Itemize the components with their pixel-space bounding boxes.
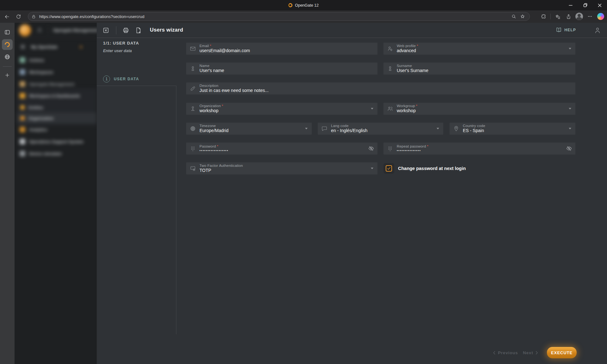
document-export-icon xyxy=(135,27,142,34)
sidebar-item-workspace-dashboards[interactable]: Workspace & Dashboards xyxy=(15,91,97,101)
restore-button[interactable] xyxy=(578,0,592,10)
device-simulator-icon xyxy=(20,151,25,156)
required-asterisk: * xyxy=(217,144,218,148)
favorites-hub-button[interactable] xyxy=(554,13,561,20)
sidebar-item-entities[interactable]: Entities xyxy=(15,102,97,112)
sidebar-item-workspaces[interactable]: Workspaces xyxy=(15,67,97,77)
close-window-button[interactable] xyxy=(592,0,607,10)
app-sidebar-header: Opengate Management xyxy=(15,23,97,38)
minimize-icon xyxy=(569,3,573,7)
change-password-checkbox[interactable] xyxy=(386,165,392,172)
field-value: advanced xyxy=(397,48,418,53)
close-wizard-button[interactable] xyxy=(102,27,109,34)
workspace-star-icon: ★ xyxy=(79,45,83,49)
app-logo-icon xyxy=(19,24,31,36)
checkbox-wrap xyxy=(383,163,394,174)
sidebar-item-label: Workspace & Dashboards xyxy=(29,94,80,98)
lang-code-field[interactable]: Lang code en - Inglés/English xyxy=(318,123,443,135)
help-button[interactable]: HELP xyxy=(556,27,576,33)
surname-field[interactable]: Surname User's Surname xyxy=(383,63,575,75)
sidebar-item-label: Device simulator xyxy=(29,151,62,156)
workspaces-icon xyxy=(20,69,25,75)
sidebar-item-label: Operations Support System xyxy=(29,139,83,144)
name-field[interactable]: Name User's name xyxy=(186,63,377,75)
email-field[interactable]: Email* usersEmail@domain.com xyxy=(186,43,377,55)
country-code-field[interactable]: Country code ES - Spain xyxy=(450,123,575,135)
step-user-data[interactable]: 1 USER DATA xyxy=(103,76,139,82)
back-button[interactable] xyxy=(3,13,11,21)
field-value: User's name xyxy=(199,68,224,73)
export-document-button[interactable] xyxy=(135,27,142,34)
toolbar-right-icons xyxy=(540,12,604,21)
entities-icon xyxy=(20,105,25,110)
web-profile-field[interactable]: Web profile* advanced xyxy=(383,43,575,55)
print-button[interactable] xyxy=(122,27,129,34)
chevron-down-icon xyxy=(569,48,571,50)
copilot-button[interactable] xyxy=(597,13,604,20)
printer-icon xyxy=(122,27,129,34)
wizard-title: Users wizard xyxy=(150,27,183,33)
app-header-divider xyxy=(48,26,48,35)
address-bar[interactable]: https://www.opengate.es/configurations?s… xyxy=(28,12,530,21)
avatar xyxy=(575,13,583,20)
zoom-page-button[interactable] xyxy=(510,13,518,20)
next-button[interactable]: Next xyxy=(523,348,539,357)
wizard-vertical-divider xyxy=(176,86,176,334)
screen: OpenGate 12 https://www.opengate.es/conf… xyxy=(0,0,607,364)
sidebar-item-device-simulator[interactable]: Device simulator xyxy=(15,149,97,159)
star-icon xyxy=(520,14,525,19)
execute-button[interactable]: EXECUTE xyxy=(547,347,577,358)
sidebar-item-label: Opengate Management xyxy=(29,82,74,87)
sidebar-item-organization[interactable]: Organization xyxy=(15,113,97,123)
browser-menu-button[interactable] xyxy=(586,13,594,20)
notes-pencil-icon xyxy=(190,85,196,92)
field-value: workshop xyxy=(199,108,223,113)
speech-bubble-icon xyxy=(321,125,328,132)
user-menu-button[interactable] xyxy=(594,27,601,34)
two-factor-authentication-field[interactable]: Two Factor Authentication TOTP xyxy=(186,162,377,174)
chevron-down-icon xyxy=(437,128,439,130)
workspace-selector[interactable]: My OpenGate ★ xyxy=(15,42,97,52)
sidebar-item-actions[interactable]: Actions xyxy=(15,55,97,65)
profile-button[interactable] xyxy=(575,13,583,20)
sidebar-item-opengate-management[interactable]: Opengate Management xyxy=(15,79,97,89)
checkmark-icon xyxy=(387,166,391,171)
repeat-password-field[interactable]: Repeat password* ••••••••••••••• xyxy=(383,143,575,155)
refresh-button[interactable] xyxy=(15,13,22,21)
add-rail-item-button[interactable] xyxy=(2,70,13,81)
extensions-puzzle-icon xyxy=(541,14,546,19)
field-value: ••••••••••••••• xyxy=(397,149,428,152)
wizard-header-divider xyxy=(116,26,116,34)
sidebar-item-operations-support-system[interactable]: Operations Support System xyxy=(15,136,97,147)
country-pin-icon xyxy=(453,125,459,132)
sidebar-item-analytics[interactable]: Analytics xyxy=(15,124,97,135)
step-number-badge: 1 xyxy=(103,76,110,82)
step-label: USER DATA xyxy=(114,77,139,81)
oss-icon xyxy=(20,139,25,144)
opengate-app-button[interactable] xyxy=(2,39,13,50)
organization-field[interactable]: Organization* workshop xyxy=(186,103,377,115)
web-globe-button[interactable] xyxy=(2,52,13,62)
previous-button[interactable]: Previous xyxy=(492,348,518,357)
sidebar-panels-button[interactable] xyxy=(2,27,13,38)
help-book-icon xyxy=(556,27,562,33)
extensions-button[interactable] xyxy=(540,13,547,20)
search-zoom-icon xyxy=(511,14,516,19)
sidebar-item-label: Actions xyxy=(29,58,44,63)
description-field[interactable]: Description Just in cas ewe need some no… xyxy=(186,82,575,94)
field-value: ES - Spain xyxy=(463,128,485,133)
browser-titlebar: OpenGate 12 xyxy=(0,0,607,10)
favorite-this-page-button[interactable] xyxy=(519,13,526,20)
browser-tab[interactable]: OpenGate 12 xyxy=(288,0,319,10)
favorites-list-icon xyxy=(555,14,561,19)
toggle-password-visibility-button[interactable] xyxy=(368,145,374,152)
field-label: Organization xyxy=(199,104,221,108)
password-field[interactable]: Password* •••••••••••••••••• xyxy=(186,143,377,155)
workgroup-field[interactable]: Workgroup* workshop xyxy=(383,103,575,115)
minimize-button[interactable] xyxy=(563,0,578,10)
share-button[interactable] xyxy=(565,13,572,20)
toggle-password-visibility-button[interactable] xyxy=(566,145,572,152)
field-label: Workgroup xyxy=(397,104,415,108)
field-label: Repeat password xyxy=(397,144,426,148)
timezone-field[interactable]: Timezone Europe/Madrid xyxy=(186,123,312,135)
